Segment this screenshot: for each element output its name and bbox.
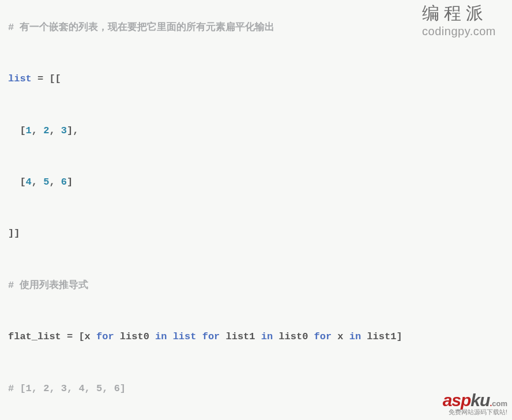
brand-asp: asp <box>443 391 471 410</box>
brand-ku: ku <box>470 391 490 410</box>
watermark-codingpy-en: codingpy.com <box>422 23 496 39</box>
watermark-codingpy-cn: 编程派 <box>422 5 496 22</box>
code-block: # 有一个嵌套的列表，现在要把它里面的所有元素扁平化输出 list = [[ [… <box>8 7 504 420</box>
kw-in-2: in <box>261 331 273 342</box>
comment-result: # [1, 2, 3, 4, 5, 6] <box>8 383 126 394</box>
num-4: 4 <box>26 177 32 187</box>
watermark-codingpy: 编程派 codingpy.com <box>422 5 496 39</box>
kw-in-1: in <box>155 331 167 342</box>
watermark-aspku: aspku.com 免费网站源码下载站! <box>443 392 507 417</box>
kw-list-1: list <box>173 331 197 342</box>
kw-for-3: for <box>314 331 332 342</box>
kw-for-1: for <box>96 331 114 342</box>
num-3: 3 <box>61 125 67 136</box>
brand-com: com <box>492 399 507 408</box>
num-5: 5 <box>43 177 49 187</box>
watermark-aspku-tagline: 免费网站源码下载站! <box>443 408 507 417</box>
num-6: 6 <box>61 177 67 187</box>
assign-open: = [[ <box>32 73 61 84</box>
kw-list: list <box>8 73 32 84</box>
row2-open: [ <box>8 177 26 187</box>
num-1: 1 <box>26 125 32 136</box>
kw-for-2: for <box>202 331 220 342</box>
kw-in-3: in <box>349 331 361 342</box>
watermark-aspku-brand: aspku.com <box>443 392 507 409</box>
row1-close: ], <box>67 125 78 136</box>
outer-close: ]] <box>8 228 20 239</box>
num-2: 2 <box>43 125 49 136</box>
row1-open: [ <box>8 125 26 136</box>
flat-assign-1a: flat_list = [x <box>8 331 96 342</box>
row2-close: ] <box>67 177 73 187</box>
comment-intro: # 有一个嵌套的列表，现在要把它里面的所有元素扁平化输出 <box>8 22 274 33</box>
comment-listcomp: # 使用列表推导式 <box>8 280 88 291</box>
